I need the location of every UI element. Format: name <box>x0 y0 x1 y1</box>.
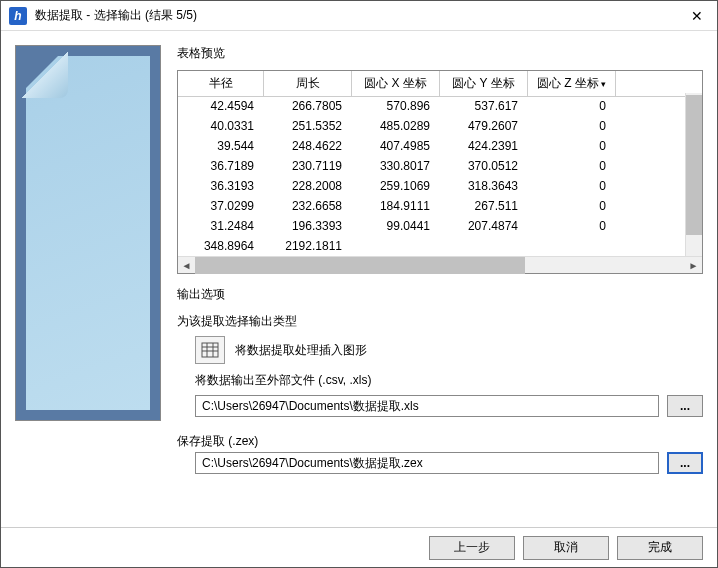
table-cell: 0 <box>528 117 616 137</box>
table-cell: 0 <box>528 197 616 217</box>
table-row[interactable]: 36.7189230.7119330.8017370.05120 <box>178 157 702 177</box>
finish-button[interactable]: 完成 <box>617 536 703 560</box>
titlebar: h 数据提取 - 选择输出 (结果 5/5) ✕ <box>1 1 717 31</box>
table-cell: 407.4985 <box>352 137 440 157</box>
svg-rect-0 <box>202 343 218 357</box>
cancel-button[interactable]: 取消 <box>523 536 609 560</box>
table-cell: 196.3393 <box>264 217 352 237</box>
horizontal-scrollbar[interactable]: ◄ ► <box>178 256 702 273</box>
table-cell: 267.511 <box>440 197 528 217</box>
table-cell <box>528 237 616 256</box>
col-header[interactable]: 圆心 Z 坐标▾ <box>528 71 616 96</box>
page-preview <box>15 45 161 421</box>
table-row[interactable]: 36.3193228.2008259.1069318.36430 <box>178 177 702 197</box>
table-cell: 39.544 <box>178 137 264 157</box>
vertical-scrollbar[interactable] <box>685 93 702 256</box>
table-cell: 228.2008 <box>264 177 352 197</box>
table-cell: 2192.1811 <box>264 237 352 256</box>
table-cell: 184.9111 <box>352 197 440 217</box>
save-extract-label: 保存提取 (.zex) <box>177 433 703 450</box>
table-cell: 0 <box>528 217 616 237</box>
table-row[interactable]: 40.0331251.5352485.0289479.26070 <box>178 117 702 137</box>
table-cell: 537.617 <box>440 97 528 117</box>
close-button[interactable]: ✕ <box>677 1 717 31</box>
browse-save-button[interactable]: ... <box>667 452 703 474</box>
table-header: 半径 周长 圆心 X 坐标 圆心 Y 坐标 圆心 Z 坐标▾ <box>178 71 702 97</box>
table-cell: 40.0331 <box>178 117 264 137</box>
table-insert-icon <box>201 342 219 358</box>
table-row[interactable]: 42.4594266.7805570.896537.6170 <box>178 97 702 117</box>
table-cell: 570.896 <box>352 97 440 117</box>
table-preview-label: 表格预览 <box>177 45 703 62</box>
table-row[interactable]: 31.2484196.339399.0441207.48740 <box>178 217 702 237</box>
table-cell: 318.3643 <box>440 177 528 197</box>
table-cell: 266.7805 <box>264 97 352 117</box>
col-header[interactable]: 圆心 Y 坐标 <box>440 71 528 96</box>
table-cell: 0 <box>528 157 616 177</box>
table-cell: 0 <box>528 97 616 117</box>
output-options-label: 输出选项 <box>177 286 703 303</box>
export-path-input[interactable] <box>195 395 659 417</box>
table-cell: 42.4594 <box>178 97 264 117</box>
table-cell: 99.0441 <box>352 217 440 237</box>
browse-export-button[interactable]: ... <box>667 395 703 417</box>
table-cell: 251.5352 <box>264 117 352 137</box>
table-cell: 36.3193 <box>178 177 264 197</box>
table-cell: 259.1069 <box>352 177 440 197</box>
table-cell: 207.4874 <box>440 217 528 237</box>
table-cell <box>440 237 528 256</box>
table-cell: 479.2607 <box>440 117 528 137</box>
table-cell: 248.4622 <box>264 137 352 157</box>
col-header[interactable]: 半径 <box>178 71 264 96</box>
table-cell: 348.8964 <box>178 237 264 256</box>
scroll-left-icon[interactable]: ◄ <box>178 257 195 274</box>
table-cell: 370.0512 <box>440 157 528 177</box>
table-row[interactable]: 37.0299232.6658184.9111267.5110 <box>178 197 702 217</box>
table-row[interactable]: 39.544248.4622407.4985424.23910 <box>178 137 702 157</box>
table-cell: 330.8017 <box>352 157 440 177</box>
scroll-right-icon[interactable]: ► <box>685 257 702 274</box>
table-cell: 31.2484 <box>178 217 264 237</box>
window-title: 数据提取 - 选择输出 (结果 5/5) <box>35 7 677 24</box>
table-row[interactable]: 348.89642192.1811 <box>178 237 702 256</box>
table-cell: 424.2391 <box>440 137 528 157</box>
table-cell: 36.7189 <box>178 157 264 177</box>
table-cell: 232.6658 <box>264 197 352 217</box>
insert-drawing-button[interactable] <box>195 336 225 364</box>
insert-drawing-label: 将数据提取处理插入图形 <box>235 342 367 359</box>
col-header[interactable]: 圆心 X 坐标 <box>352 71 440 96</box>
table-cell: 0 <box>528 137 616 157</box>
preview-table: 半径 周长 圆心 X 坐标 圆心 Y 坐标 圆心 Z 坐标▾ 42.459426… <box>177 70 703 274</box>
output-type-label: 为该提取选择输出类型 <box>177 313 703 330</box>
prev-button[interactable]: 上一步 <box>429 536 515 560</box>
app-icon: h <box>9 7 27 25</box>
table-cell: 0 <box>528 177 616 197</box>
table-cell: 230.7119 <box>264 157 352 177</box>
chevron-down-icon[interactable]: ▾ <box>601 79 606 89</box>
col-header[interactable]: 周长 <box>264 71 352 96</box>
table-cell: 485.0289 <box>352 117 440 137</box>
footer: 上一步 取消 完成 <box>1 527 717 567</box>
table-cell: 37.0299 <box>178 197 264 217</box>
export-external-label: 将数据输出至外部文件 (.csv, .xls) <box>195 372 703 389</box>
save-path-input[interactable] <box>195 452 659 474</box>
table-cell <box>352 237 440 256</box>
